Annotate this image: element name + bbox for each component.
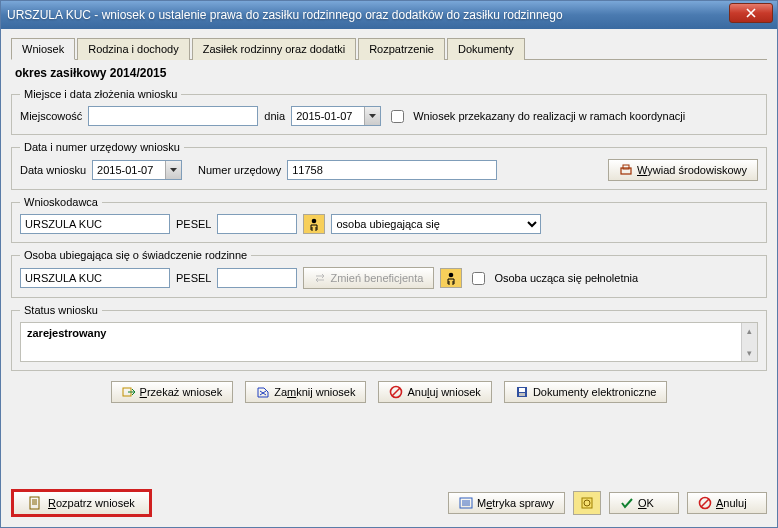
zmien-beneficjenta-button: Zmień beneficjenta	[303, 267, 434, 289]
fieldset-data-numer: Data i numer urzędowy wniosku Data wnios…	[11, 141, 767, 190]
status-value: zarejestrowany	[27, 327, 106, 339]
label-data-wniosku: Data wniosku	[20, 164, 86, 176]
person-icon	[308, 217, 320, 231]
scroll-up-icon[interactable]: ▴	[742, 323, 757, 339]
date-dnia[interactable]	[291, 106, 381, 126]
person-icon	[445, 271, 457, 285]
input-pesel-2[interactable]	[217, 268, 297, 288]
action-row: Przekaż wniosek Zamknij wniosek Anuluj w…	[11, 381, 767, 403]
period-label: okres zasiłkowy 2014/2015	[15, 66, 767, 80]
ok-button[interactable]: OK	[609, 492, 679, 514]
list-icon	[459, 496, 473, 510]
person-icon-button-1[interactable]	[303, 214, 325, 234]
printer-icon	[619, 164, 633, 176]
close-button[interactable]	[729, 3, 773, 23]
fieldset-wnioskodawca: Wnioskodawca PESEL osoba ubiegająca się	[11, 196, 767, 243]
input-miejscowosc[interactable]	[88, 106, 258, 126]
label-numer: Numer urzędowy	[198, 164, 281, 176]
svg-rect-8	[519, 393, 525, 396]
legend-status: Status wniosku	[20, 304, 102, 316]
document-icon	[28, 496, 44, 510]
legend-data-numer: Data i numer urzędowy wniosku	[20, 141, 184, 153]
anuluj-button[interactable]: Anuluj	[687, 492, 767, 514]
cancel-icon	[698, 496, 712, 510]
svg-point-2	[312, 219, 317, 224]
forward-icon	[122, 385, 136, 399]
titlebar: URSZULA KUC - wniosek o ustalenie prawa …	[1, 1, 777, 29]
input-pesel-1[interactable]	[217, 214, 297, 234]
tab-dokumenty[interactable]: Dokumenty	[447, 38, 525, 60]
person-icon-button-2[interactable]	[440, 268, 462, 288]
tab-wniosek[interactable]: Wniosek	[11, 38, 75, 60]
input-numer[interactable]	[287, 160, 497, 180]
label-dnia: dnia	[264, 110, 285, 122]
date-wniosku[interactable]	[92, 160, 182, 180]
chevron-down-icon[interactable]	[364, 107, 380, 125]
select-role[interactable]: osoba ubiegająca się	[331, 214, 541, 234]
wywiad-button[interactable]: Wywiad środowiskowy	[608, 159, 758, 181]
tab-bar: Wniosek Rodzina i dochody Zasiłek rodzin…	[11, 37, 767, 60]
close-folder-icon	[256, 385, 270, 399]
save-icon	[515, 385, 529, 399]
chevron-down-icon[interactable]	[165, 161, 181, 179]
tool-icon-button[interactable]	[573, 491, 601, 515]
rozpatrz-button[interactable]: Rozpatrz wniosek	[11, 489, 152, 517]
svg-point-3	[449, 273, 454, 278]
cancel-icon	[389, 385, 403, 399]
date-wniosku-input[interactable]	[93, 161, 165, 179]
check-icon	[620, 497, 634, 509]
window-title: URSZULA KUC - wniosek o ustalenie prawa …	[7, 8, 729, 22]
dokumenty-button[interactable]: Dokumenty elektroniczne	[504, 381, 668, 403]
label-miejscowosc: Miejscowość	[20, 110, 82, 122]
scroll-down-icon[interactable]: ▾	[742, 345, 757, 361]
label-pesel-1: PESEL	[176, 218, 211, 230]
svg-rect-7	[519, 388, 525, 392]
fieldset-miejsce: Miejsce i data złożenia wniosku Miejscow…	[11, 88, 767, 135]
label-koordynacja: Wniosek przekazany do realizacji w ramac…	[413, 110, 685, 122]
tab-rodzina[interactable]: Rodzina i dochody	[77, 38, 190, 60]
przekaz-button[interactable]: Przekaż wniosek	[111, 381, 234, 403]
tool-icon	[579, 495, 595, 511]
label-pesel-2: PESEL	[176, 272, 211, 284]
scrollbar[interactable]: ▴ ▾	[741, 323, 757, 361]
checkbox-pelnoletnia[interactable]	[472, 272, 485, 285]
legend-wnioskodawca: Wnioskodawca	[20, 196, 102, 208]
metryka-button[interactable]: Metryka sprawy	[448, 492, 565, 514]
input-wnioskodawca-name[interactable]	[20, 214, 170, 234]
checkbox-koordynacja[interactable]	[391, 110, 404, 123]
svg-rect-9	[30, 497, 39, 509]
tab-zasilek[interactable]: Zasiłek rodzinny oraz dodatki	[192, 38, 356, 60]
bottom-bar: Rozpatrz wniosek Metryka sprawy OK Anulu…	[11, 489, 767, 517]
swap-icon	[314, 272, 326, 284]
date-dnia-input[interactable]	[292, 107, 364, 125]
zamknij-button[interactable]: Zamknij wniosek	[245, 381, 366, 403]
legend-miejsce: Miejsce i data złożenia wniosku	[20, 88, 181, 100]
label-pelnoletnia: Osoba ucząca się pełnoletnia	[494, 272, 638, 284]
legend-osoba: Osoba ubiegająca się o świadczenie rodzi…	[20, 249, 251, 261]
fieldset-status: Status wniosku zarejestrowany ▴ ▾	[11, 304, 767, 371]
status-text-area: zarejestrowany ▴ ▾	[20, 322, 758, 362]
tab-rozpatrzenie[interactable]: Rozpatrzenie	[358, 38, 445, 60]
anuluj-wniosek-button[interactable]: Anuluj wniosek	[378, 381, 491, 403]
fieldset-osoba: Osoba ubiegająca się o świadczenie rodzi…	[11, 249, 767, 298]
input-osoba-name[interactable]	[20, 268, 170, 288]
